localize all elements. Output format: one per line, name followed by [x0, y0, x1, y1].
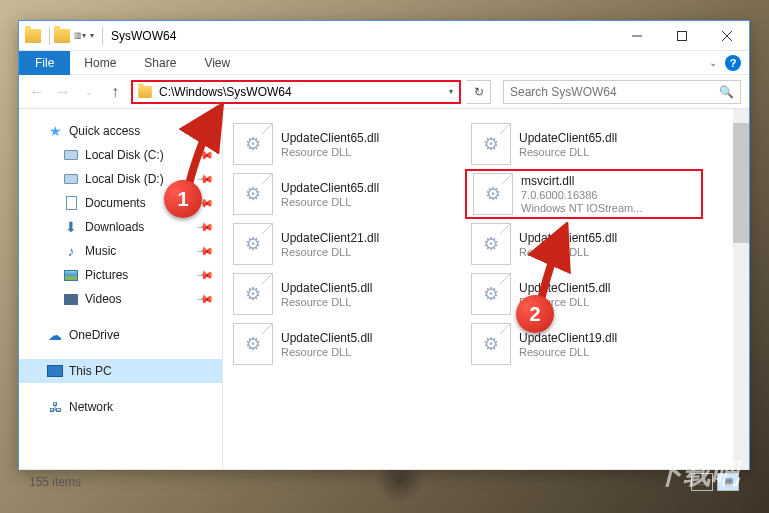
nav-local-disk-c[interactable]: Local Disk (C:)📌 [19, 143, 222, 167]
maximize-button[interactable] [659, 21, 704, 50]
scroll-thumb[interactable] [733, 123, 749, 243]
file-thumb-icon: ⚙ [471, 223, 511, 265]
qat-props-icon[interactable]: ▥▾ [74, 31, 86, 40]
search-box[interactable]: 🔍 [503, 80, 741, 104]
file-item[interactable]: ⚙UpdateClient5.dllResource DLL [465, 269, 703, 319]
pin-icon: 📌 [195, 241, 214, 260]
file-meta: Resource DLL [281, 196, 379, 208]
file-name: UpdateClient65.dll [281, 131, 379, 145]
file-item[interactable]: ⚙UpdateClient21.dllResource DLL [227, 219, 465, 269]
file-meta: Resource DLL [281, 296, 372, 308]
file-item[interactable]: ⚙UpdateClient5.dllResource DLL [227, 319, 465, 369]
refresh-button[interactable]: ↻ [467, 80, 491, 104]
address-folder-icon [138, 86, 152, 98]
address-input[interactable] [157, 85, 443, 99]
cloud-icon: ☁ [47, 327, 63, 343]
gears-icon: ⚙ [245, 133, 261, 155]
document-icon [66, 196, 77, 210]
history-dropdown-icon[interactable]: ⌄ [79, 82, 99, 102]
file-meta: Resource DLL [519, 346, 617, 358]
file-item[interactable]: ⚙msvcirt.dll7.0.6000.16386Windows NT IOS… [465, 169, 703, 219]
file-thumb-icon: ⚙ [233, 123, 273, 165]
folder-icon [25, 29, 41, 43]
gears-icon: ⚙ [245, 333, 261, 355]
pin-icon: 📌 [195, 169, 214, 188]
file-name: UpdateClient5.dll [281, 331, 372, 345]
file-meta: Windows NT IOStream... [521, 202, 642, 214]
nav-this-pc[interactable]: This PC [19, 359, 222, 383]
search-icon[interactable]: 🔍 [719, 85, 734, 99]
file-meta: Resource DLL [281, 346, 372, 358]
nav-downloads[interactable]: ⬇Downloads📌 [19, 215, 222, 239]
gears-icon: ⚙ [483, 133, 499, 155]
minimize-button[interactable] [614, 21, 659, 50]
tab-home[interactable]: Home [70, 51, 130, 75]
file-thumb-icon: ⚙ [233, 273, 273, 315]
gears-icon: ⚙ [483, 283, 499, 305]
ribbon-expand-icon[interactable]: ⌄ [709, 57, 717, 68]
file-item[interactable]: ⚙UpdateClient65.dllResource DLL [465, 219, 703, 269]
video-icon [64, 294, 78, 305]
gears-icon: ⚙ [485, 183, 501, 205]
pin-icon: 📌 [195, 217, 214, 236]
file-meta: Resource DLL [281, 246, 379, 258]
file-meta: Resource DLL [519, 246, 617, 258]
address-bar[interactable]: ▾ [131, 80, 461, 104]
nav-pictures[interactable]: Pictures📌 [19, 263, 222, 287]
annotation-marker-1: 1 [164, 180, 202, 218]
file-name: UpdateClient5.dll [281, 281, 372, 295]
navigation-bar: ← → ⌄ ↑ ▾ ↻ 🔍 [19, 75, 749, 109]
window-title: SysWOW64 [111, 29, 176, 43]
svg-rect-1 [677, 31, 686, 40]
gears-icon: ⚙ [483, 333, 499, 355]
ribbon-tabs: File Home Share View ⌄ ? [19, 51, 749, 75]
file-thumb-icon: ⚙ [471, 273, 511, 315]
nav-network[interactable]: 🖧Network [19, 395, 222, 419]
tab-share[interactable]: Share [130, 51, 190, 75]
file-item[interactable]: ⚙UpdateClient65.dllResource DLL [227, 119, 465, 169]
file-tab[interactable]: File [19, 51, 70, 75]
file-name: msvcirt.dll [521, 174, 642, 188]
back-button[interactable]: ← [27, 82, 47, 102]
tab-view[interactable]: View [190, 51, 244, 75]
picture-icon [64, 270, 78, 281]
close-button[interactable] [704, 21, 749, 50]
annotation-marker-2: 2 [516, 295, 554, 333]
network-icon: 🖧 [47, 399, 63, 415]
address-dropdown-icon[interactable]: ▾ [443, 87, 459, 96]
file-name: UpdateClient21.dll [281, 231, 379, 245]
qat-dropdown-icon[interactable]: ▾ [90, 31, 94, 40]
file-item[interactable]: ⚙UpdateClient19.dllResource DLL [465, 319, 703, 369]
search-input[interactable] [510, 85, 719, 99]
scrollbar[interactable] [733, 109, 749, 469]
pin-icon: 📌 [195, 289, 214, 308]
nav-quick-access[interactable]: ★Quick access [19, 119, 222, 143]
file-meta: Resource DLL [281, 146, 379, 158]
file-name: UpdateClient65.dll [281, 181, 379, 195]
gears-icon: ⚙ [483, 233, 499, 255]
file-item[interactable]: ⚙UpdateClient5.dllResource DLL [227, 269, 465, 319]
nav-videos[interactable]: Videos📌 [19, 287, 222, 311]
file-item[interactable]: ⚙UpdateClient65.dllResource DLL [465, 119, 703, 169]
star-icon: ★ [47, 123, 63, 139]
qat-folder-icon[interactable] [54, 29, 70, 43]
file-thumb-icon: ⚙ [471, 323, 511, 365]
music-icon: ♪ [63, 243, 79, 259]
disk-icon [64, 174, 78, 184]
help-icon[interactable]: ? [725, 55, 741, 71]
gears-icon: ⚙ [245, 283, 261, 305]
pc-icon [47, 365, 63, 377]
up-button[interactable]: ↑ [105, 82, 125, 102]
nav-onedrive[interactable]: ☁OneDrive [19, 323, 222, 347]
pin-icon: 📌 [195, 145, 214, 164]
status-item-count: 155 items [29, 475, 81, 489]
forward-button[interactable]: → [53, 82, 73, 102]
file-thumb-icon: ⚙ [473, 173, 513, 215]
file-item[interactable]: ⚙UpdateClient65.dllResource DLL [227, 169, 465, 219]
file-name: UpdateClient65.dll [519, 231, 617, 245]
nav-music[interactable]: ♪Music📌 [19, 239, 222, 263]
file-thumb-icon: ⚙ [233, 323, 273, 365]
file-meta: 7.0.6000.16386 [521, 189, 642, 201]
file-meta: Resource DLL [519, 146, 617, 158]
disk-icon [64, 150, 78, 160]
